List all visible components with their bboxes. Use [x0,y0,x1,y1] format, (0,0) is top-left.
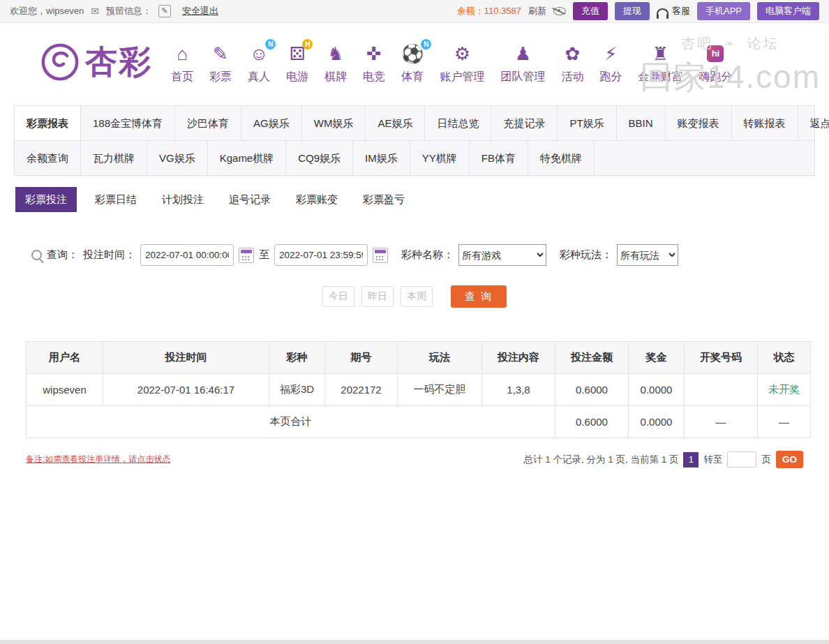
subtab[interactable]: 彩票投注 [15,187,77,212]
report-tab[interactable]: 彩票报表 [15,106,81,140]
report-tab[interactable]: AG娱乐 [241,106,302,140]
subtab[interactable]: 彩票盈亏 [350,187,417,212]
play-type-label: 彩种玩法： [560,248,612,262]
nav-item-label: 体育 [401,70,424,84]
nav-item[interactable]: ♞ 棋牌 [322,40,349,84]
report-tab[interactable]: 余额查询 [15,141,81,175]
deposit-button[interactable]: 充值 [573,2,608,20]
end-time-input[interactable] [274,244,368,266]
report-tab[interactable]: VG娱乐 [147,141,208,175]
edit-icon[interactable]: ✎ [158,5,171,17]
nav-item[interactable]: ✎ 彩票 [207,40,234,84]
bet-time-label: 投注时间： [83,248,135,262]
column-header: 期号 [325,342,398,374]
report-tab[interactable]: 转账报表 [732,106,798,140]
report-tab[interactable]: 账变报表 [666,106,732,140]
column-header: 彩种 [269,342,325,374]
headset-icon [657,8,669,16]
logo-icon [40,43,80,82]
report-tab[interactable]: PT娱乐 [558,106,616,140]
report-tab[interactable]: BBIN [617,106,666,140]
nav-item[interactable]: ⚡ 跑分 [597,40,624,84]
nav-item-label: 电游 [286,70,308,84]
report-tab[interactable]: 沙巴体育 [175,106,241,140]
nav-item-label: 活动 [561,70,583,84]
customer-service-link[interactable]: 客服 [657,5,690,17]
nav-item[interactable]: ⚙ 账户管理 [438,40,486,84]
nav-item[interactable]: hi 嗨跑分 [696,40,734,84]
subtab[interactable]: 计划投注 [149,187,216,212]
nav-item-label: 首页 [171,70,193,84]
cell-prize: 0.0000 [629,374,685,406]
subtab[interactable]: 追号记录 [216,187,283,212]
report-tab[interactable]: 188金宝博体育 [81,106,175,140]
note-text: 备注:如需查看投注单详情，请点击状态 [26,454,170,465]
bet-table: 用户名投注时间彩种期号玩法投注内容投注金额奖金开奖号码状态 wipseven 2… [26,341,811,438]
balance: 余额：110.3587 [457,5,521,17]
logout-link[interactable]: 安全退出 [182,5,218,17]
subtab[interactable]: 彩票日结 [82,187,149,212]
report-tab[interactable]: 日结总览 [425,106,491,140]
nav-item[interactable]: ✜ 电竞 [361,40,387,84]
lottery-subtabs: 彩票投注彩票日结计划投注追号记录彩票账变彩票盈亏 [15,187,829,212]
tab-row-1: 彩票报表188金宝博体育沙巴体育AG娱乐WM娱乐AE娱乐日结总览充提记录PT娱乐… [15,106,814,141]
withdraw-button[interactable]: 提现 [615,2,650,20]
nav-item[interactable]: ☺ N 真人 [246,40,272,84]
game-select[interactable]: 所有游戏 [458,244,546,266]
nav-item[interactable]: ⌂ 首页 [169,40,195,84]
go-button[interactable]: GO [776,451,803,468]
nav-item-label: 团队管理 [500,70,545,84]
goto-page-input[interactable] [727,451,756,467]
subtab[interactable]: 彩票账变 [283,187,350,212]
report-tab[interactable]: IM娱乐 [353,141,410,175]
calendar-icon[interactable] [373,248,388,263]
nav-item[interactable]: ✿ 活动 [559,40,585,84]
mobile-app-button[interactable]: 手机APP [697,2,750,20]
page-unit-label: 页 [761,454,771,466]
nav-item[interactable]: ⚄ H 电游 [284,40,311,84]
quick-range-button[interactable]: 本周 [401,286,433,307]
report-tabs: 彩票报表188金宝博体育沙巴体育AG娱乐WM娱乐AE娱乐日结总览充提记录PT娱乐… [14,105,815,176]
message-icon[interactable]: ✉ [91,6,99,17]
hide-balance-icon[interactable] [553,7,566,15]
current-page-button[interactable]: 1 [683,452,699,467]
report-tab[interactable]: WM娱乐 [302,106,366,140]
topbar: 欢迎您，wipseven ✉ 预留信息： ✎ 安全退出 余额：110.3587 … [0,0,829,23]
report-tab[interactable]: 瓦力棋牌 [81,141,147,175]
report-tab[interactable]: 返点总额 [798,106,829,140]
report-tab[interactable]: CQ9娱乐 [286,141,353,175]
nav-icon-wrap: ⚙ [454,43,470,65]
report-tab[interactable]: AE娱乐 [366,106,425,140]
game-name-label: 彩种名称： [401,248,454,262]
goto-label: 转至 [703,454,722,466]
watermark-right: 论坛 [747,34,779,53]
column-header: 奖金 [629,342,685,374]
nav-item[interactable]: ⚽ N 体育 [399,40,426,84]
report-tab[interactable]: 特免棋牌 [528,141,595,175]
quick-range-button[interactable]: 昨日 [361,286,394,307]
report-tab[interactable]: YY棋牌 [410,141,470,175]
nav-item[interactable]: ♜ 金鼎财富 [636,40,685,84]
account-manage-icon: ⚙ [454,45,470,63]
nav-badge: H [302,39,313,50]
calendar-icon[interactable] [239,248,254,263]
play-select[interactable]: 所有玩法 [617,244,678,266]
nav-item[interactable]: ♟ 团队管理 [498,40,547,84]
report-tab[interactable]: 充提记录 [491,106,558,140]
cell-status[interactable]: 未开奖 [758,374,811,406]
report-tab[interactable]: Kgame棋牌 [208,141,287,175]
report-tab[interactable]: FB体育 [470,141,528,175]
logo[interactable]: 杏彩 [40,40,152,84]
nav-item-label: 金鼎财富 [638,70,682,84]
quick-range-button[interactable]: 今日 [322,286,354,307]
refresh-link[interactable]: 刷新 [528,5,546,17]
column-header: 投注时间 [103,342,269,374]
start-time-input[interactable] [140,244,234,266]
cell-amount: 0.6000 [555,374,629,406]
pc-client-button[interactable]: 电脑客户端 [757,2,819,20]
nav-icon-wrap: ⚡ [604,43,617,65]
tab-row-2: 余额查询瓦力棋牌VG娱乐Kgame棋牌CQ9娱乐IM娱乐YY棋牌FB体育特免棋牌 [15,141,814,175]
query-button[interactable]: 查 询 [451,285,507,308]
welcome-text: 欢迎您，wipseven [10,5,84,17]
nav-item-label: 真人 [248,70,270,84]
